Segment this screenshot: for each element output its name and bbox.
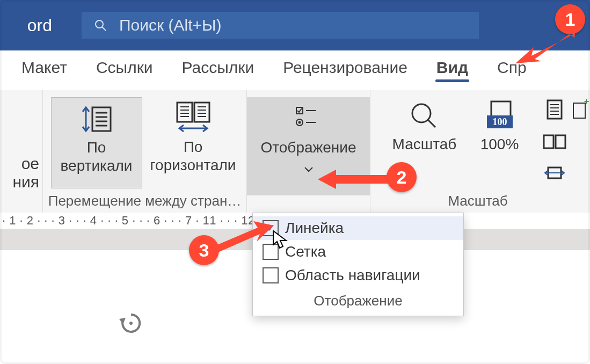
ribbon: ое ния По <box>0 90 590 214</box>
svg-line-25 <box>428 120 435 127</box>
search-box[interactable]: Поиск (Alt+Ы) <box>82 12 479 39</box>
zoom-100-label: 100% <box>480 136 519 153</box>
callout-2-arrow <box>318 168 393 191</box>
tab-review[interactable]: Рецензирование <box>282 56 409 79</box>
menu-item-navigation-label: Область навигации <box>285 267 420 284</box>
fragment-text-line2: ния <box>12 173 39 191</box>
callout-1: 1 <box>555 4 585 34</box>
rotate-anchor-icon[interactable] <box>118 311 144 340</box>
svg-rect-8 <box>177 103 192 122</box>
svg-rect-9 <box>194 103 209 122</box>
search-placeholder: Поиск (Alt+Ы) <box>119 16 222 34</box>
zoom-button-label: Масштаб <box>392 136 457 153</box>
svg-marker-45 <box>215 221 274 252</box>
svg-rect-34 <box>544 135 553 148</box>
one-page-button[interactable] <box>540 97 570 123</box>
tab-layout[interactable]: Макет <box>20 56 68 79</box>
new-window-icon[interactable]: + <box>572 101 586 119</box>
zoom-button[interactable]: Масштаб <box>390 97 460 153</box>
horizontal-button[interactable]: По горизонтали <box>148 97 239 188</box>
callout-1-arrow <box>515 31 574 74</box>
svg-point-0 <box>96 20 103 28</box>
dropdown-title: Отображение <box>253 287 463 316</box>
tab-view[interactable]: Вид <box>435 56 469 79</box>
menu-item-navigation-pane[interactable]: Область навигации <box>253 264 463 287</box>
group-show: Отображение <box>247 90 370 213</box>
vertical-page-icon <box>81 100 113 139</box>
multi-page-button[interactable] <box>540 129 570 155</box>
show-dropdown-menu: Линейка Сетка Область навигации Отображе… <box>252 213 464 316</box>
vertical-button-line1: По <box>87 139 106 157</box>
group-zoom-label: Масштаб <box>370 193 585 213</box>
svg-text:+: + <box>584 97 589 106</box>
svg-rect-38 <box>573 103 585 118</box>
mouse-cursor-icon <box>272 230 289 253</box>
group-page-movement: По вертикали <box>43 90 247 213</box>
app-title-fragment: ord <box>0 16 82 35</box>
svg-text:100: 100 <box>492 117 507 127</box>
tab-references[interactable]: Ссылки <box>95 56 154 79</box>
search-icon <box>82 19 119 32</box>
ribbon-tabs: Макет Ссылки Рассылки Рецензирование Вид… <box>0 50 590 85</box>
one-page-icon <box>545 99 564 121</box>
group-page-movement-label: Перемещение между стран… <box>43 193 246 213</box>
svg-line-1 <box>102 27 106 31</box>
horizontal-button-line1: По <box>184 138 203 156</box>
checkbox-navigation-pane[interactable] <box>263 267 279 283</box>
page-100-icon: 100 <box>480 97 519 136</box>
show-dropdown-label: Отображение <box>260 139 356 156</box>
zoom-mini-column <box>540 97 570 187</box>
group-fragment-left: ое ния <box>0 90 43 213</box>
svg-point-22 <box>298 121 301 124</box>
page-width-button[interactable] <box>540 162 570 187</box>
svg-rect-35 <box>556 135 565 148</box>
multi-page-icon <box>543 134 566 150</box>
svg-rect-29 <box>548 100 562 119</box>
svg-marker-43 <box>515 30 576 63</box>
horizontal-page-icon <box>174 99 213 138</box>
group-fragment-right: + <box>569 90 590 221</box>
zoom-100-button[interactable]: 100 100% <box>470 97 529 153</box>
vertical-button[interactable]: По вертикали <box>51 97 142 188</box>
tab-mailings[interactable]: Рассылки <box>181 56 256 79</box>
chevron-down-icon <box>304 159 314 177</box>
svg-marker-40 <box>119 318 126 324</box>
vertical-button-line2: вертикали <box>61 157 133 175</box>
svg-point-24 <box>412 104 431 122</box>
fragment-text-line1: ое <box>21 155 39 173</box>
show-options-icon <box>295 97 322 139</box>
group-zoom: Масштаб 100 100% <box>370 90 585 213</box>
svg-marker-44 <box>318 170 393 189</box>
menu-item-grid-label: Сетка <box>285 243 326 260</box>
svg-rect-3 <box>92 107 111 131</box>
svg-point-41 <box>129 322 133 325</box>
magnifier-icon <box>410 97 440 136</box>
horizontal-button-line2: горизонтали <box>150 156 236 174</box>
page-width-icon <box>543 166 566 183</box>
title-bar: ord Поиск (Alt+Ы) <box>0 0 590 50</box>
menu-item-ruler-label: Линейка <box>285 220 344 237</box>
svg-marker-42 <box>273 231 286 248</box>
callout-3-arrow <box>215 221 274 253</box>
